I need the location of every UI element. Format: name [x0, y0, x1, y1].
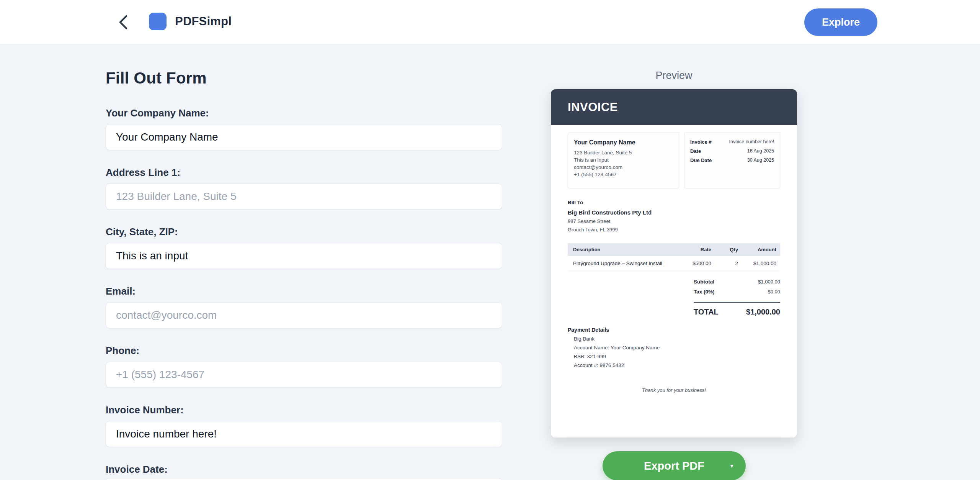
invoice-items-table: Description Rate Qty Amount Playground U…	[568, 243, 780, 271]
preview-section: Preview INVOICE Your Company Name 123 Bu…	[551, 44, 797, 437]
items-table-row: Playground Upgrade – Swingset Install $5…	[568, 256, 780, 271]
phone-label: Phone:	[106, 345, 502, 356]
brand: PDFSimpl	[149, 13, 232, 30]
invoice-footer-note: Thank you for your business!	[551, 387, 797, 393]
field-company-name: Your Company Name:	[106, 107, 502, 150]
email-input[interactable]	[106, 302, 502, 328]
item-qty: 2	[715, 256, 742, 271]
phone-input[interactable]	[106, 362, 502, 388]
invoice-title: INVOICE	[568, 100, 618, 114]
grand-total-row: TOTAL $1,000.00	[694, 302, 780, 316]
field-invoice-date: Invoice Date:	[106, 464, 502, 480]
invoice-payment-details: Payment Details Big Bank Account Name: Y…	[568, 327, 780, 368]
invoice-meta-row: Date 16 Aug 2025	[690, 148, 774, 154]
total-label: TOTAL	[694, 308, 719, 316]
address-line-1-input[interactable]	[106, 183, 502, 210]
invoice-info-row: Your Company Name 123 Builder Lane, Suit…	[568, 132, 780, 188]
bill-to-line: Grouch Town, FL 3999	[568, 227, 780, 233]
subtotal-value: $1,000.00	[758, 279, 780, 285]
invoice-company-line: contact@yourco.com	[574, 164, 673, 171]
invoice-number-label: Invoice Number:	[106, 404, 502, 416]
invoice-company-line: +1 (555) 123-4567	[574, 171, 673, 178]
tax-row: Tax (0%) $0.00	[694, 287, 780, 297]
email-label: Email:	[106, 285, 502, 297]
field-address-line-1: Address Line 1:	[106, 167, 502, 210]
city-state-zip-label: City, State, ZIP:	[106, 226, 502, 238]
items-table-header-row: Description Rate Qty Amount	[568, 243, 780, 256]
form-section: Fill Out Form Your Company Name: Address…	[106, 69, 502, 480]
payment-details-heading: Payment Details	[568, 327, 780, 333]
company-name-input[interactable]	[106, 124, 502, 150]
item-amount: $1,000.00	[742, 256, 780, 271]
caret-down-icon: ▼	[729, 463, 734, 469]
invoice-company-box: Your Company Name 123 Builder Lane, Suit…	[568, 132, 679, 188]
invoice-company-name: Your Company Name	[574, 139, 673, 146]
tax-label: Tax (0%)	[694, 289, 715, 295]
col-amount: Amount	[742, 243, 780, 256]
invoice-meta-row: Due Date 30 Aug 2025	[690, 157, 774, 163]
address-line-1-label: Address Line 1:	[106, 167, 502, 178]
payment-line: Account Name: Your Company Name	[574, 345, 780, 351]
payment-line: BSB: 321-999	[574, 354, 780, 359]
invoice-due-date-meta-value: 30 Aug 2025	[747, 157, 774, 163]
invoice-date-input[interactable]	[106, 478, 502, 480]
invoice-due-date-meta-label: Due Date	[690, 157, 712, 163]
explore-button[interactable]: Explore	[804, 8, 877, 36]
field-city-state-zip: City, State, ZIP:	[106, 226, 502, 269]
invoice-date-meta-value: 16 Aug 2025	[747, 148, 774, 154]
subtotal-label: Subtotal	[694, 279, 714, 285]
invoice-preview-card: INVOICE Your Company Name 123 Builder La…	[551, 89, 797, 437]
invoice-number-meta-label: Invoice #	[690, 139, 712, 145]
field-invoice-number: Invoice Number:	[106, 404, 502, 447]
export-pdf-label: Export PDF	[644, 460, 704, 472]
item-description: Playground Upgrade – Swingset Install	[568, 256, 681, 271]
company-name-label: Your Company Name:	[106, 107, 502, 119]
invoice-meta-box: Invoice # Invoice number here! Date 16 A…	[684, 132, 780, 188]
field-email: Email:	[106, 285, 502, 328]
col-rate: Rate	[681, 243, 715, 256]
invoice-bill-to: Bill To Big Bird Constructions Pty Ltd 9…	[568, 200, 780, 233]
invoice-number-meta-value: Invoice number here!	[729, 139, 774, 145]
payment-line: Account #: 9876 5432	[574, 362, 780, 368]
page-title: Fill Out Form	[106, 69, 502, 87]
col-description: Description	[568, 243, 681, 256]
city-state-zip-input[interactable]	[106, 243, 502, 269]
invoice-company-line: This is an input	[574, 156, 673, 164]
main-content: Fill Out Form Your Company Name: Address…	[0, 44, 980, 480]
back-button[interactable]	[115, 14, 132, 31]
bill-to-heading: Bill To	[568, 200, 780, 205]
back-chevron-icon	[118, 15, 128, 30]
col-qty: Qty	[715, 243, 742, 256]
invoice-company-line: 123 Builder Lane, Suite 5	[574, 149, 673, 156]
app-header: PDFSimpl Explore	[0, 0, 980, 44]
subtotal-row: Subtotal $1,000.00	[694, 277, 780, 287]
invoice-header-bar: INVOICE	[551, 89, 797, 125]
bill-to-line: 987 Sesame Street	[568, 218, 780, 224]
invoice-meta-row: Invoice # Invoice number here!	[690, 139, 774, 145]
app-title: PDFSimpl	[175, 15, 232, 28]
invoice-date-label: Invoice Date:	[106, 464, 502, 475]
total-value: $1,000.00	[746, 308, 780, 316]
item-rate: $500.00	[681, 256, 715, 271]
payment-line: Big Bank	[574, 336, 780, 342]
export-pdf-button[interactable]: Export PDF ▼	[603, 451, 746, 480]
bill-to-name: Big Bird Constructions Pty Ltd	[568, 209, 780, 216]
invoice-totals: Subtotal $1,000.00 Tax (0%) $0.00 TOTAL …	[694, 277, 780, 316]
field-phone: Phone:	[106, 345, 502, 388]
invoice-body: Your Company Name 123 Builder Lane, Suit…	[551, 125, 797, 368]
preview-label: Preview	[551, 70, 797, 82]
tax-value: $0.00	[768, 289, 780, 295]
invoice-number-input[interactable]	[106, 421, 502, 447]
invoice-date-meta-label: Date	[690, 148, 701, 154]
app-logo-icon	[149, 13, 167, 30]
